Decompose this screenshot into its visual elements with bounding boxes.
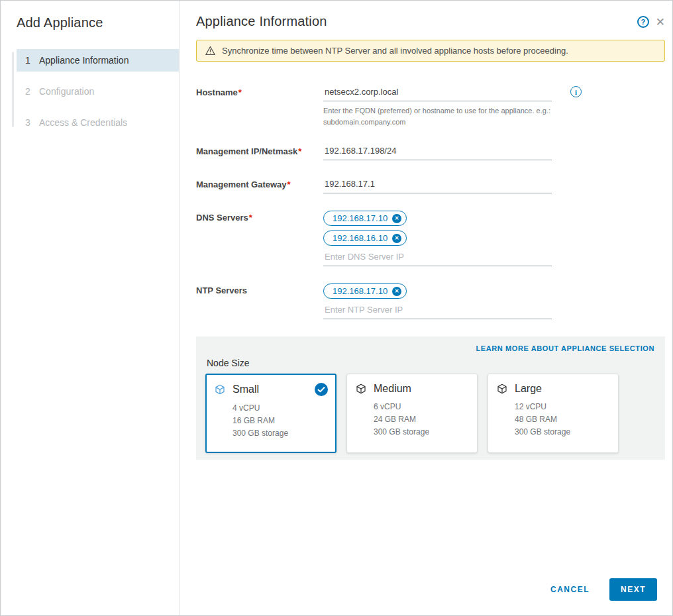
- wizard-sidebar: Add Appliance 1 Appliance Information 2 …: [1, 1, 180, 615]
- ntp-chip: 192.168.17.10 ✕: [323, 283, 407, 299]
- step-label: Appliance Information: [39, 55, 129, 66]
- remove-chip-icon[interactable]: ✕: [392, 234, 401, 243]
- management-gateway-input[interactable]: [323, 178, 552, 193]
- card-header: Medium: [355, 383, 469, 395]
- warning-text: Synchronize time between NTP Server and …: [222, 46, 568, 56]
- required-marker: *: [249, 213, 252, 223]
- step-number: 2: [25, 86, 31, 97]
- remove-chip-icon[interactable]: ✕: [392, 287, 401, 296]
- cube-icon: [496, 383, 508, 395]
- step-number: 1: [25, 55, 31, 66]
- close-icon[interactable]: ✕: [656, 17, 665, 28]
- cube-icon: [214, 384, 226, 395]
- ntp-servers-row: NTP Servers 192.168.17.10 ✕: [196, 283, 665, 319]
- spec-storage: 300 GB storage: [515, 426, 610, 438]
- dns-chip: 192.168.16.10 ✕: [323, 231, 407, 246]
- hostname-control: Enter the FQDN (preferred) or hostname t…: [323, 85, 552, 127]
- cancel-button[interactable]: CANCEL: [550, 585, 590, 594]
- remove-chip-icon[interactable]: ✕: [392, 214, 401, 223]
- node-size-section: LEARN MORE ABOUT APPLIANCE SELECTION Nod…: [196, 336, 665, 460]
- spec-cpu: 12 vCPU: [515, 401, 610, 413]
- node-size-card-medium[interactable]: Medium 6 vCPU 24 GB RAM 300 GB storage: [346, 374, 478, 453]
- warning-icon: [205, 45, 216, 56]
- dns-chip-list: 192.168.17.10 ✕ 192.168.16.10 ✕: [323, 211, 552, 250]
- wizard-steps: 1 Appliance Information 2 Configuration …: [17, 49, 179, 134]
- node-size-cards: Small 4 vCPU 16 GB RAM 300 GB storage: [205, 374, 654, 453]
- step-number: 3: [25, 117, 31, 128]
- step-label: Access & Credentials: [39, 117, 127, 128]
- dns-servers-control: 192.168.17.10 ✕ 192.168.16.10 ✕: [323, 211, 552, 266]
- spec-storage: 300 GB storage: [374, 426, 469, 438]
- required-marker: *: [238, 87, 242, 97]
- required-marker: *: [287, 180, 291, 189]
- info-glyph: i: [575, 88, 577, 96]
- management-gateway-label: Management Gateway*: [196, 178, 323, 193]
- step-configuration[interactable]: 2 Configuration: [17, 80, 179, 103]
- info-icon[interactable]: i: [570, 86, 582, 97]
- next-button[interactable]: NEXT: [609, 578, 657, 601]
- card-name: Small: [233, 384, 259, 395]
- ntp-server-input[interactable]: [323, 303, 552, 319]
- panel-header: Appliance Information ? ✕: [196, 14, 665, 29]
- node-size-label: Node Size: [207, 358, 654, 368]
- hostname-row: Hostname* Enter the FQDN (preferred) or …: [196, 85, 665, 127]
- add-appliance-dialog: Add Appliance 1 Appliance Information 2 …: [1, 1, 672, 615]
- spec-cpu: 4 vCPU: [233, 402, 328, 415]
- appliance-information-panel: Appliance Information ? ✕ Synchronize ti…: [180, 1, 673, 615]
- help-glyph: ?: [641, 18, 645, 26]
- ntp-servers-control: 192.168.17.10 ✕: [323, 283, 552, 319]
- step-access-credentials[interactable]: 3 Access & Credentials: [17, 111, 179, 134]
- check-circle-icon: [315, 383, 328, 396]
- chip-value: 192.168.17.10: [333, 286, 388, 296]
- card-specs: 12 vCPU 48 GB RAM 300 GB storage: [515, 401, 610, 439]
- card-name: Large: [515, 383, 542, 395]
- card-header: Large: [496, 383, 610, 395]
- cube-icon: [355, 383, 367, 395]
- spec-ram: 16 GB RAM: [233, 415, 328, 427]
- spec-storage: 300 GB storage: [233, 427, 328, 440]
- help-icon[interactable]: ?: [637, 16, 649, 28]
- required-marker: *: [298, 146, 301, 156]
- node-size-card-small[interactable]: Small 4 vCPU 16 GB RAM 300 GB storage: [205, 374, 336, 453]
- management-ip-control: [323, 144, 552, 160]
- ntp-chip-list: 192.168.17.10 ✕: [323, 283, 552, 303]
- wizard-footer: CANCEL NEXT: [550, 578, 657, 601]
- step-appliance-information[interactable]: 1 Appliance Information: [17, 49, 179, 72]
- card-header: Small: [214, 383, 328, 396]
- spec-cpu: 6 vCPU: [374, 401, 469, 413]
- management-gateway-control: [323, 178, 552, 193]
- dialog-title: Add Appliance: [17, 15, 179, 30]
- card-specs: 6 vCPU 24 GB RAM 300 GB storage: [374, 401, 469, 439]
- dns-chip: 192.168.17.10 ✕: [323, 211, 407, 226]
- chip-value: 192.168.17.10: [333, 213, 388, 223]
- hostname-label: Hostname*: [196, 85, 323, 127]
- node-size-card-large[interactable]: Large 12 vCPU 48 GB RAM 300 GB storage: [488, 374, 619, 453]
- step-label: Configuration: [39, 86, 94, 97]
- page-title: Appliance Information: [196, 14, 327, 29]
- management-ip-input[interactable]: [323, 144, 552, 160]
- hostname-helper-text: Enter the FQDN (preferred) or hostname t…: [323, 105, 552, 127]
- card-specs: 4 vCPU 16 GB RAM 300 GB storage: [233, 402, 328, 440]
- management-ip-label: Management IP/Netmask*: [196, 144, 323, 160]
- dns-server-input[interactable]: [323, 250, 552, 266]
- ntp-servers-label: NTP Servers: [196, 283, 323, 319]
- management-gateway-row: Management Gateway*: [196, 178, 665, 193]
- spec-ram: 48 GB RAM: [515, 413, 610, 426]
- spec-ram: 24 GB RAM: [374, 413, 469, 426]
- warning-banner: Synchronize time between NTP Server and …: [196, 40, 665, 62]
- hostname-input[interactable]: [323, 85, 552, 101]
- card-name: Medium: [374, 383, 411, 395]
- header-icons: ? ✕: [637, 14, 665, 28]
- dns-servers-label: DNS Servers*: [196, 211, 323, 266]
- chip-value: 192.168.16.10: [333, 233, 388, 243]
- learn-more-link[interactable]: LEARN MORE ABOUT APPLIANCE SELECTION: [205, 344, 654, 352]
- management-ip-row: Management IP/Netmask*: [196, 144, 665, 160]
- dns-servers-row: DNS Servers* 192.168.17.10 ✕ 192.168.16.…: [196, 211, 665, 266]
- appliance-form: Hostname* Enter the FQDN (preferred) or …: [196, 85, 665, 319]
